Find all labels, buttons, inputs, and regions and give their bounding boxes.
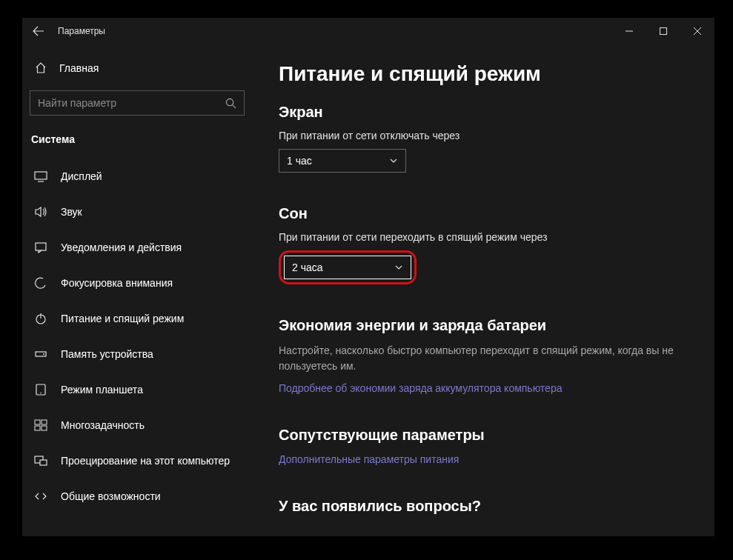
- chevron-down-icon: [394, 263, 403, 272]
- search-icon: [225, 98, 236, 109]
- maximize-icon: [660, 27, 667, 35]
- page-title: Питание и спящий режим: [279, 62, 688, 86]
- nav-label: Фокусировка внимания: [61, 277, 173, 289]
- back-arrow-icon: [33, 25, 44, 37]
- svg-point-8: [40, 393, 42, 394]
- close-icon: [694, 27, 701, 35]
- category-label: Система: [22, 127, 252, 159]
- svg-point-6: [43, 353, 44, 355]
- questions-heading: У вас появились вопросы?: [279, 498, 688, 515]
- nav-label: Звук: [61, 206, 82, 218]
- close-button[interactable]: [680, 18, 714, 44]
- search-input[interactable]: [38, 97, 225, 109]
- nav-label: Уведомления и действия: [61, 241, 182, 253]
- storage-icon: [34, 347, 47, 361]
- search-box[interactable]: [30, 90, 245, 116]
- svg-rect-3: [36, 243, 46, 250]
- sidebar-item-projecting[interactable]: Проецирование на этот компьютер: [22, 443, 252, 479]
- battery-link[interactable]: Подробнее об экономии заряда аккумулятор…: [279, 382, 562, 394]
- svg-rect-9: [35, 420, 40, 424]
- nav-label: Питание и спящий режим: [61, 313, 184, 324]
- battery-desc: Настройте, насколько быстро компьютер пе…: [279, 343, 688, 374]
- focus-icon: [34, 276, 47, 290]
- svg-rect-10: [42, 420, 47, 424]
- sidebar-item-notifications[interactable]: Уведомления и действия: [22, 230, 252, 265]
- nav-label: Память устройства: [61, 348, 153, 360]
- sidebar-item-multitask[interactable]: Многозадачность: [22, 407, 252, 443]
- home-label: Главная: [59, 62, 99, 74]
- sidebar: Главная Система Дисплей Звук: [22, 44, 252, 536]
- sidebar-item-focus[interactable]: Фокусировка внимания: [22, 265, 252, 301]
- sidebar-item-shared[interactable]: Общие возможности: [22, 479, 252, 514]
- svg-rect-2: [35, 172, 47, 179]
- nav-label: Многозадачность: [61, 419, 145, 431]
- nav-label: Проецирование на этот компьютер: [61, 455, 230, 467]
- sidebar-item-sound[interactable]: Звук: [22, 194, 252, 230]
- power-icon: [34, 312, 47, 325]
- window-controls: [612, 18, 714, 44]
- home-icon: [34, 61, 47, 75]
- nav-list: Дисплей Звук Уведомления и действия Фоку…: [22, 159, 252, 514]
- dropdown-value: 1 час: [287, 155, 312, 167]
- app-title: Параметры: [58, 26, 105, 36]
- sleep-heading: Сон: [279, 205, 688, 222]
- back-button[interactable]: [22, 18, 55, 44]
- projecting-icon: [34, 454, 47, 467]
- sidebar-item-power[interactable]: Питание и спящий режим: [22, 301, 252, 336]
- settings-window: Параметры Главная: [22, 18, 714, 536]
- sleep-label: При питании от сети переходить в спящий …: [279, 231, 688, 243]
- svg-rect-11: [35, 426, 40, 430]
- svg-rect-14: [40, 460, 47, 465]
- screen-off-dropdown[interactable]: 1 час: [279, 149, 406, 173]
- screen-heading: Экран: [279, 104, 688, 121]
- display-icon: [34, 170, 47, 183]
- sidebar-item-tablet[interactable]: Режим планшета: [22, 372, 252, 407]
- svg-point-1: [226, 99, 233, 105]
- sidebar-item-storage[interactable]: Память устройства: [22, 336, 252, 372]
- svg-rect-0: [660, 28, 667, 35]
- sound-icon: [34, 205, 47, 219]
- sleep-dropdown[interactable]: 2 часа: [284, 256, 411, 279]
- multitask-icon: [34, 419, 47, 432]
- minimize-button[interactable]: [612, 18, 646, 44]
- content-area: Главная Система Дисплей Звук: [22, 44, 714, 536]
- dropdown-value: 2 часа: [292, 261, 323, 273]
- shared-icon: [34, 490, 47, 503]
- nav-label: Общие возможности: [61, 490, 161, 502]
- maximize-button[interactable]: [646, 18, 680, 44]
- related-heading: Сопутствующие параметры: [279, 427, 688, 444]
- related-link[interactable]: Дополнительные параметры питания: [279, 453, 459, 465]
- chevron-down-icon: [389, 156, 398, 165]
- screen-off-label: При питании от сети отключать через: [279, 130, 688, 141]
- sidebar-item-display[interactable]: Дисплей: [22, 159, 252, 194]
- nav-label: Режим планшета: [61, 384, 143, 396]
- minimize-icon: [626, 27, 633, 35]
- tablet-icon: [34, 383, 47, 396]
- highlight-annotation: 2 часа: [279, 250, 417, 284]
- battery-heading: Экономия энергии и заряда батареи: [279, 317, 688, 334]
- titlebar: Параметры: [22, 18, 714, 44]
- notifications-icon: [34, 241, 47, 254]
- nav-label: Дисплей: [61, 170, 102, 182]
- svg-rect-12: [42, 426, 47, 430]
- main-panel: Питание и спящий режим Экран При питании…: [252, 44, 714, 536]
- home-button[interactable]: Главная: [22, 53, 252, 83]
